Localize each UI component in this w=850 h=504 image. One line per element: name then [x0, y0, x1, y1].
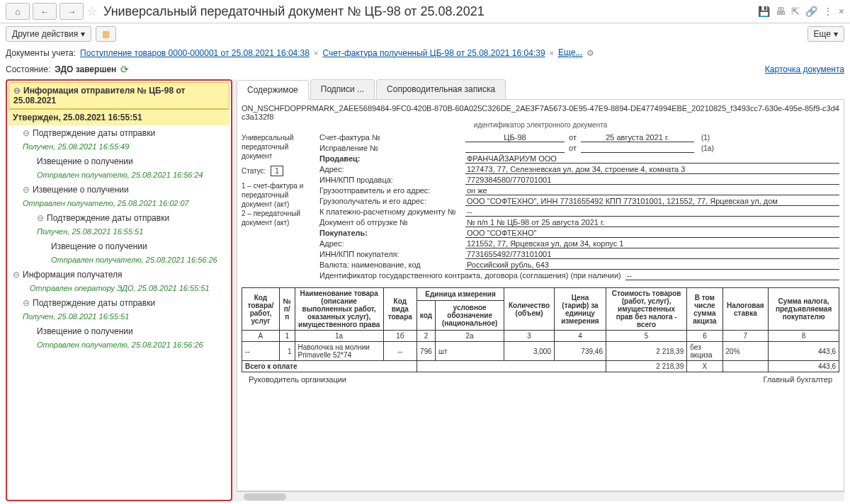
save-icon[interactable]: 💾	[758, 6, 770, 17]
table-row: -- 1 Наволочка на молнии Primavelle 52*7…	[242, 342, 839, 361]
invoice-link[interactable]: Счет-фактура полученный ЦБ-98 от 25.08.2…	[322, 48, 545, 58]
back-button[interactable]: ←	[33, 3, 57, 20]
tree-item[interactable]: Извещение о получении	[8, 239, 230, 254]
tree-expand-icon[interactable]: ⊖	[13, 270, 20, 280]
other-actions-button[interactable]: Другие действия ▾	[6, 26, 91, 42]
arrow-left-icon: ←	[39, 6, 50, 17]
tree-panel: ⊖Информация отправителя № ЦБ-98 от 25.08…	[6, 79, 232, 501]
doc-id-label: идентификатор электронного документа	[242, 121, 839, 129]
close-link-1[interactable]: ×	[314, 49, 318, 57]
tree-expand-icon[interactable]: ⊖	[23, 128, 30, 138]
tree-expand-icon[interactable]: ⊖	[37, 213, 44, 223]
tree-item[interactable]: ⊖Подтверждение даты отправки	[8, 295, 230, 311]
tree-item[interactable]: ⊖Подтверждение даты отправки	[8, 210, 230, 226]
tree-expand-icon[interactable]: ⊖	[23, 298, 30, 308]
close-link-2[interactable]: ×	[550, 49, 554, 57]
tab-content[interactable]: Содержимое	[237, 80, 309, 100]
tree-item[interactable]: ⊖Информация получателя	[8, 267, 230, 282]
document-card-link[interactable]: Карточка документа	[765, 64, 844, 74]
chart-icon: ▦	[102, 29, 110, 39]
chevron-down-icon: ▾	[81, 29, 85, 39]
state-label: Состояние:	[6, 64, 50, 74]
chevron-down-icon: ▾	[834, 29, 838, 39]
home-button[interactable]: ⌂	[6, 3, 30, 20]
document-content: ON_NSCHFDOPPRMARK_2AEE5689484-9FC0-420B-…	[237, 100, 844, 491]
tree-status: Получен, 25.08.2021 16:55:49	[8, 141, 230, 154]
tree-status: Отправлен получателю, 25.08.2021 16:56:2…	[8, 169, 230, 182]
arrow-right-icon: →	[66, 6, 77, 17]
tree-expand-icon[interactable]: ⊖	[13, 86, 21, 96]
footer-right: Главный бухгалтер	[764, 375, 832, 384]
tree-status: Отправлен получателю, 25.08.2021 16:56:2…	[8, 339, 230, 352]
gear-icon[interactable]: ⚙	[586, 48, 594, 58]
items-table: Код товара/ работ, услуг № п/п Наименова…	[242, 287, 839, 372]
tree-status: Отправлен оператору ЭДО, 25.08.2021 16:5…	[8, 282, 230, 295]
chart-button[interactable]: ▦	[96, 26, 116, 42]
footer-left: Руководитель организации	[249, 375, 346, 384]
tree-item[interactable]: Извещение о получении	[8, 154, 230, 169]
tree-status: Отправлен получателю, 25.08.2021 16:56:2…	[8, 254, 230, 267]
receipt-link[interactable]: Поступление товаров 0000-000001 от 25.08…	[80, 48, 310, 58]
more-docs-link[interactable]: Еще...	[558, 47, 582, 58]
tree-status: Получен, 25.08.2021 16:55:51	[8, 311, 230, 323]
export-icon[interactable]: ⇱	[791, 6, 800, 17]
tab-note[interactable]: Сопроводительная записка	[376, 79, 506, 99]
print-icon[interactable]: 🖶	[776, 6, 786, 17]
accounting-docs-label: Документы учета:	[6, 48, 76, 58]
favorite-star-icon[interactable]: ☆	[86, 4, 98, 19]
more-icon[interactable]: ⋮	[823, 6, 833, 17]
tree-status: Получен, 25.08.2021 16:55:51	[8, 226, 230, 239]
tree-status: Отправлен получателю, 25.08.2021 16:02:0…	[8, 197, 230, 210]
home-icon: ⌂	[12, 6, 23, 17]
close-icon[interactable]: ×	[839, 6, 844, 17]
page-title: Универсальный передаточный документ № ЦБ…	[101, 4, 755, 19]
upd-label: Универсальный передаточный документ	[242, 133, 312, 161]
tree-item[interactable]: ⊖Информация отправителя № ЦБ-98 от 25.08…	[8, 82, 230, 109]
tree-expand-icon[interactable]: ⊖	[23, 185, 30, 195]
forward-button[interactable]: →	[60, 3, 84, 20]
link-icon[interactable]: 🔗	[805, 6, 817, 17]
horizontal-scrollbar[interactable]	[237, 491, 844, 501]
refresh-icon[interactable]: ⟳	[120, 64, 129, 75]
edo-status: ЭДО завершен	[55, 64, 116, 74]
status-box: 1	[271, 166, 283, 176]
tab-signatures[interactable]: Подписи ...	[310, 79, 375, 99]
tree-item[interactable]: Утвержден, 25.08.2021 16:55:51	[8, 109, 230, 125]
more-button[interactable]: Еще ▾	[808, 26, 844, 42]
tree-item[interactable]: ⊖Подтверждение даты отправки	[8, 125, 230, 141]
tree-item[interactable]: Извещение о получении	[8, 323, 230, 339]
tree-item[interactable]: ⊖Извещение о получении	[8, 182, 230, 197]
doc-identifier: ON_NSCHFDOPPRMARK_2AEE5689484-9FC0-420B-…	[242, 104, 839, 121]
